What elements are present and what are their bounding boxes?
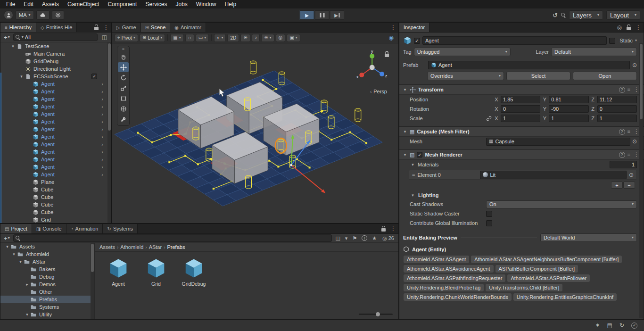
grid-visibility-button[interactable]: ▦▾ [170,34,183,42]
select-button[interactable]: Select [506,72,570,80]
mesh-renderer-component-header[interactable]: ▾ ▧ ✓ Mesh Renderer ? ≡ ⋮ [399,149,644,160]
component-chip[interactable]: Unity.Rendering.BlendProbeTag [404,284,484,291]
lock-icon[interactable] [92,23,101,32]
foldout-arrow[interactable]: ▸ [24,282,30,287]
material-element-row[interactable]: = Element 0 Lit ⊙ [409,170,637,180]
hierarchy-item[interactable]: Agent › [0,118,111,125]
panel-tab[interactable]: ◔ Animation [66,224,103,233]
hierarchy-item[interactable]: Main Camera [0,50,111,58]
create-button[interactable]: +▾ [2,34,11,41]
menu-item[interactable]: Help [221,0,241,8]
help-icon[interactable]: ? [619,129,625,135]
menu-item[interactable]: Assets [38,0,63,8]
menu-item[interactable]: Window [192,0,221,8]
search-by-label-icon[interactable]: ⚑ [351,235,358,241]
draw-mode-button[interactable]: ◐▾ [214,34,226,42]
component-chip[interactable]: Athomield.AStar.ASPathFollower [507,274,590,282]
search-filter-icon[interactable]: ▾ [22,35,24,39]
foldout-arrow[interactable]: ▾ [403,152,407,157]
folder-tree-item[interactable]: ▾ Assets [0,243,94,250]
breadcrumb-item[interactable]: Assets › [99,244,118,250]
asset-item[interactable]: Grid [139,257,173,287]
move-tool-button[interactable] [118,62,129,72]
hierarchy-item[interactable]: Agent › [0,171,111,178]
progress-ok-icon[interactable]: ✓ [631,323,637,329]
thumbnail-size-slider[interactable] [359,312,393,316]
panel-tab[interactable]: ◨ Console [32,224,66,233]
settings-button[interactable] [52,10,64,20]
panel-tab[interactable]: ▤ Project [0,224,32,233]
hierarchy-item[interactable]: Agent › [0,95,111,103]
component-chip[interactable]: Unity.Transforms.Child [Buffer] [486,284,562,291]
lock-icon[interactable] [624,23,633,32]
hierarchy-menu-icon[interactable]: ⋮ [101,23,111,32]
object-picker-icon[interactable]: ⊙ [629,172,634,178]
axis-z-field[interactable]: 11.12 [597,96,637,103]
menu-item[interactable]: Jobs [171,0,191,8]
menu-item[interactable]: File [2,0,19,8]
layers-dropdown[interactable]: Layers▾ [569,10,603,20]
presets-icon[interactable]: ≡ [627,152,630,157]
axis-x-field[interactable]: 1 [501,115,540,122]
refresh-status-icon[interactable]: ↻ [619,322,624,329]
scene-camera-settings-icon[interactable]: ◉ [387,34,396,41]
view-tab[interactable]: ⊞ Scene [141,23,171,32]
breadcrumb-item[interactable]: Athomield › [120,244,147,250]
scene-audio-button[interactable]: ♪ [252,34,260,42]
menu-item[interactable]: Edit [19,0,38,8]
prefab-open-chevron[interactable]: › [99,157,106,162]
prefab-open-chevron[interactable]: › [99,149,106,155]
play-button[interactable]: ▶ [300,10,314,20]
transform-component-header[interactable]: ▾ Transform ? ≡ ⋮ [399,84,644,95]
snap-toggle-button[interactable]: ∩ [185,34,194,42]
hierarchy-item[interactable]: Cube [0,186,111,193]
hierarchy-item[interactable]: Agent › [0,163,111,171]
open-search-window-icon[interactable]: ◫ [334,235,341,241]
tab-entities-hierarchy[interactable]: ◇ Entities Hie [36,23,77,32]
folder-tree-item[interactable]: ▸ Demos [0,281,94,288]
component-chip[interactable]: Athomield.AStar.ASAgentNeighboursBufferC… [471,256,622,263]
search-icon[interactable] [561,13,566,18]
tab-inspector[interactable]: Inspector [399,23,429,32]
cloud-button[interactable] [36,10,50,20]
tool-strip-grip[interactable]: ≡ [122,47,124,51]
folder-tree-item[interactable]: Prefabs [0,296,94,303]
hierarchy-item[interactable]: Cube [0,193,111,201]
axis-x-field[interactable]: 0 [501,105,540,113]
static-checkbox[interactable] [609,38,615,44]
breadcrumb-item[interactable]: Prefabs › [167,244,185,250]
component-chip[interactable]: Athomield.AStar.ASAgent [404,256,469,263]
hierarchy-item[interactable]: Agent › [0,103,111,110]
hierarchy-item[interactable]: Agent › [0,80,111,88]
layout-dropdown[interactable]: Layout▾ [606,10,640,20]
breadcrumb-item[interactable]: AStar › [149,244,165,250]
axis-y-field[interactable]: 1 [549,115,588,122]
prefab-open-chevron[interactable]: › [99,164,106,170]
hierarchy-item[interactable]: Agent › [0,110,111,118]
snap-increment-button[interactable]: ▭▾ [196,34,209,42]
hierarchy-item[interactable]: GridDebug [0,58,111,65]
hierarchy-search-box[interactable]: ▾ [13,33,98,41]
hierarchy-item[interactable]: Agent › [0,141,111,148]
foldout-arrow[interactable]: ▾ [410,162,416,167]
cache-server-status-icon[interactable]: ▤ [607,322,612,329]
component-chip[interactable]: Athomield.AStar.ASAvoidanceAgent [404,265,494,273]
prefab-open-chevron[interactable]: › [99,104,106,109]
prefab-open-chevron[interactable]: › [99,141,106,147]
hierarchy-item[interactable]: Cube [0,201,111,208]
prefab-open-chevron[interactable]: › [99,172,106,177]
scene-viewport[interactable]: yxz ≡ ‹ Persp [112,43,398,223]
object-picker-icon[interactable]: ⊙ [632,138,637,145]
hierarchy-item[interactable]: ▾ ECSSubScene ✓ [0,73,111,80]
folder-tree-item[interactable]: Debug [0,273,94,281]
component-chip[interactable]: Unity.Rendering.ChunkWorldRenderBounds [404,293,512,301]
object-picker-icon[interactable]: ⊙ [632,62,637,68]
presets-icon[interactable]: ≡ [627,87,630,92]
drag-handle-icon[interactable]: = [412,172,415,178]
mesh-field[interactable]: ▦ Capsule [486,138,630,146]
axis-z-field[interactable]: 0 [597,105,637,113]
hierarchy-item[interactable]: Directional Light [0,65,111,73]
prefab-open-chevron[interactable]: › [99,96,106,102]
foldout-arrow[interactable]: ▾ [24,312,30,317]
project-search-box[interactable] [13,234,332,242]
